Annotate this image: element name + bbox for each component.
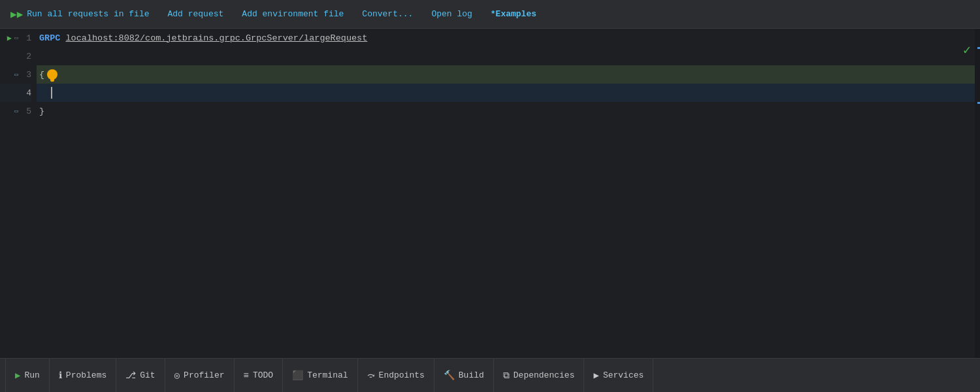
grpc-url: localhost:8082/com.jetbrains.grpc.GrpcSe… xyxy=(66,33,368,43)
line-num-2: 2 xyxy=(21,52,31,61)
run-all-label: Run all requests in file xyxy=(27,9,149,19)
examples-tab[interactable]: *Examples xyxy=(491,9,536,19)
fold-icon-5: ▭ xyxy=(14,107,18,115)
code-line-3: { xyxy=(37,65,980,84)
lightbulb-icon[interactable] xyxy=(47,69,57,80)
add-env-button[interactable]: Add environment file xyxy=(242,9,344,19)
line-num-4: 4 xyxy=(21,88,31,98)
convert-button[interactable]: Convert... xyxy=(362,9,413,19)
problems-status-item[interactable]: ℹ Problems xyxy=(50,359,116,392)
profiler-icon: ◎ xyxy=(174,370,180,381)
terminal-status-item[interactable]: ⬛ Terminal xyxy=(283,359,357,392)
code-line-2 xyxy=(37,47,980,65)
code-line-5: } xyxy=(37,102,980,120)
build-icon: 🔨 xyxy=(444,370,455,381)
profiler-label: Profiler xyxy=(184,370,224,380)
add-request-button[interactable]: Add request xyxy=(168,9,224,19)
gutter-row-4: 4 xyxy=(0,84,31,102)
convert-label: Convert... xyxy=(362,9,413,19)
todo-icon: ≡ xyxy=(244,370,249,381)
git-icon: ⎇ xyxy=(125,370,136,381)
problems-icon: ℹ xyxy=(59,370,62,381)
editor-area: ▶ ▭ 1 2 ▭ 3 4 ▭ 5 GRPC localhos xyxy=(0,29,980,358)
open-brace: { xyxy=(39,70,44,80)
git-status-item[interactable]: ⎇ Git xyxy=(116,359,165,392)
open-log-label: Open log xyxy=(431,9,472,19)
text-cursor xyxy=(51,87,52,99)
statusbar: ▶ Run ℹ Problems ⎇ Git ◎ Profiler ≡ TODO… xyxy=(0,358,980,392)
todo-status-item[interactable]: ≡ TODO xyxy=(235,359,284,392)
services-label: Services xyxy=(603,370,644,380)
gutter-row-1: ▶ ▭ 1 xyxy=(7,29,31,47)
terminal-icon: ⬛ xyxy=(292,370,303,381)
dependencies-icon: ⧉ xyxy=(503,370,510,381)
scroll-marker-2 xyxy=(977,102,980,104)
close-brace: } xyxy=(39,106,44,116)
endpoints-icon: ⤼ xyxy=(367,370,375,381)
services-icon: ▶ xyxy=(593,370,598,381)
line-numbers-gutter: ▶ ▭ 1 2 ▭ 3 4 ▭ 5 xyxy=(0,29,37,358)
open-log-button[interactable]: Open log xyxy=(431,9,472,19)
dependencies-label: Dependencies xyxy=(514,370,575,380)
run-all-icon: ▶▶ xyxy=(10,8,23,21)
add-env-label: Add environment file xyxy=(242,9,344,19)
line-num-1: 1 xyxy=(21,33,31,43)
code-editor[interactable]: GRPC localhost:8082/com.jetbrains.grpc.G… xyxy=(37,29,980,358)
endpoints-status-item[interactable]: ⤼ Endpoints xyxy=(358,359,434,392)
problems-label: Problems xyxy=(66,370,106,380)
profiler-status-item[interactable]: ◎ Profiler xyxy=(165,359,235,392)
run-all-button[interactable]: ▶▶ Run all requests in file xyxy=(10,8,150,21)
build-label: Build xyxy=(459,370,484,380)
endpoints-label: Endpoints xyxy=(379,370,425,380)
services-status-item[interactable]: ▶ Services xyxy=(584,359,653,392)
todo-label: TODO xyxy=(253,370,273,380)
scroll-marker-1 xyxy=(977,47,980,49)
git-label: Git xyxy=(140,370,155,380)
run-status-icon: ▶ xyxy=(15,370,20,381)
validation-checkmark: ✓ xyxy=(963,42,971,58)
run-status-item[interactable]: ▶ Run xyxy=(5,359,50,392)
run-inline-icon[interactable]: ▶ xyxy=(7,33,12,43)
add-request-label: Add request xyxy=(168,9,224,19)
code-line-4[interactable] xyxy=(37,84,980,102)
toolbar: ▶▶ Run all requests in file Add request … xyxy=(0,0,980,29)
fold-icon-1: ▭ xyxy=(14,34,18,42)
build-status-item[interactable]: 🔨 Build xyxy=(434,359,494,392)
dependencies-status-item[interactable]: ⧉ Dependencies xyxy=(494,359,585,392)
line-num-5: 5 xyxy=(21,106,31,116)
examples-label: *Examples xyxy=(491,9,536,19)
code-line-1: GRPC localhost:8082/com.jetbrains.grpc.G… xyxy=(37,29,980,47)
gutter-row-5: ▭ 5 xyxy=(14,102,31,120)
run-status-label: Run xyxy=(24,370,39,380)
line-num-3: 3 xyxy=(21,70,31,80)
gutter-row-3: ▭ 3 xyxy=(14,65,31,84)
grpc-keyword: GRPC xyxy=(39,33,60,43)
gutter-row-2: 2 xyxy=(21,47,31,65)
fold-icon-3: ▭ xyxy=(14,71,18,78)
code-content: GRPC localhost:8082/com.jetbrains.grpc.G… xyxy=(37,29,980,358)
terminal-label: Terminal xyxy=(307,370,348,380)
